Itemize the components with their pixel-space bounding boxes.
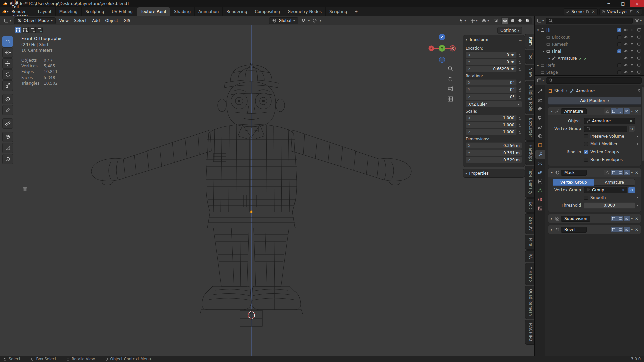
extras-menu-icon[interactable]: ▾	[631, 110, 633, 113]
outliner-row[interactable]: ▸ Refs	[535, 62, 644, 69]
sidebar-tab[interactable]: Item	[525, 34, 534, 49]
new-scene-icon[interactable]	[585, 10, 589, 14]
panel-menu-icon[interactable]: ≡	[519, 37, 522, 42]
zoom-icon[interactable]	[447, 66, 453, 72]
new-viewlayer-icon[interactable]	[630, 10, 634, 14]
disable-viewport-screen-icon[interactable]	[637, 42, 641, 46]
exclude-checkbox[interactable]	[617, 42, 621, 46]
move-tool[interactable]	[2, 58, 13, 69]
render-toggle[interactable]	[624, 216, 630, 221]
scrollbar[interactable]	[642, 87, 644, 161]
invert-vertex-group-button[interactable]: ↔	[628, 126, 635, 132]
scene-selector[interactable]: Scene ×	[564, 8, 598, 15]
tab-render[interactable]	[535, 96, 545, 104]
lock-icon[interactable]	[518, 60, 522, 64]
lock-icon[interactable]	[518, 81, 522, 85]
perspective-toggle-icon[interactable]	[447, 96, 453, 102]
edit-mode-toggle[interactable]	[611, 108, 617, 114]
modifier-header[interactable]: ▾ Mask ▾ ×	[548, 168, 641, 177]
modifier-header[interactable]: ▸ Subdivision ▾ ×	[548, 214, 641, 223]
number-field[interactable]: Z 0°	[466, 94, 517, 100]
sidebar-tab[interactable]: Building Tools	[525, 81, 534, 114]
snap-toggle[interactable]	[299, 17, 307, 24]
viewport-menu[interactable]: Select	[71, 18, 89, 23]
proportional-editing-toggle[interactable]	[311, 17, 319, 24]
render-toggle[interactable]	[624, 170, 630, 175]
delete-modifier-button[interactable]: ×	[634, 227, 639, 232]
exclude-checkbox[interactable]	[617, 63, 621, 67]
sidebar-tab[interactable]: Mixamo	[525, 263, 534, 285]
hardops-tool[interactable]	[2, 154, 13, 164]
workspace-tab[interactable]: UV Editing	[108, 7, 137, 16]
lock-icon[interactable]	[518, 67, 522, 71]
expand-caret-icon[interactable]: ▾	[536, 28, 540, 32]
outliner-search-input[interactable]	[546, 18, 633, 24]
exclude-checkbox[interactable]	[617, 28, 621, 32]
tab-object[interactable]	[535, 141, 545, 149]
minimize-button[interactable]: ─	[602, 0, 616, 7]
editor-type-button[interactable]: ▾	[537, 18, 544, 23]
multi-modifier-checkbox[interactable]	[584, 142, 588, 146]
edit-mode-toggle[interactable]	[611, 170, 617, 175]
editor-type-button[interactable]: ▾	[2, 17, 13, 24]
hide-eye-icon[interactable]	[624, 56, 628, 60]
options-dropdown[interactable]: Options▾	[497, 27, 522, 34]
disable-viewport-screen-icon[interactable]	[637, 56, 641, 60]
disable-render-camera-icon[interactable]	[630, 49, 635, 53]
disable-render-camera-icon[interactable]	[630, 28, 635, 32]
exclude-checkbox[interactable]	[617, 35, 621, 39]
extras-menu-icon[interactable]: ▾	[631, 228, 633, 231]
blender-logo-icon[interactable]	[2, 9, 7, 14]
select-mode-button[interactable]: +	[22, 27, 29, 33]
modifier-name-field[interactable]: Mask	[561, 170, 587, 176]
select-mode-button[interactable]: −	[29, 27, 36, 33]
sidebar-tab[interactable]: RA	[525, 250, 534, 262]
disable-render-camera-icon[interactable]	[630, 35, 635, 39]
workspace-tab[interactable]: Modeling	[56, 7, 82, 16]
close-button[interactable]: ×	[630, 0, 644, 7]
lock-icon[interactable]	[518, 123, 522, 127]
tab-output[interactable]	[535, 105, 545, 113]
extras-menu-icon[interactable]: ▾	[631, 171, 633, 174]
transform-orientation-dropdown[interactable]: Global▾	[269, 17, 298, 24]
on-cage-toggle[interactable]	[604, 170, 610, 175]
sidebar-tab[interactable]: Tool	[525, 50, 534, 64]
edit-mode-toggle[interactable]	[611, 227, 617, 232]
workspace-tab[interactable]: Animation	[195, 7, 223, 16]
realtime-toggle[interactable]	[617, 216, 623, 221]
workspace-tab[interactable]: Geometry Nodes	[284, 7, 326, 16]
disable-render-camera-icon[interactable]	[630, 56, 635, 60]
workspace-tab[interactable]: Sculpting	[82, 7, 108, 16]
invert-vertex-group-button[interactable]: ↔	[628, 187, 635, 193]
disable-viewport-screen-icon[interactable]	[637, 63, 641, 67]
falloff-dropdown[interactable]: ▾	[320, 19, 321, 22]
outliner-row[interactable]: ▾ Final	[535, 48, 644, 55]
number-field[interactable]: Z 0.66298 m	[466, 66, 517, 72]
xray-toggle[interactable]	[492, 17, 500, 24]
viewlayer-selector[interactable]: ViewLayer ×	[599, 8, 642, 15]
expand-caret-icon[interactable]: ▸	[547, 57, 551, 60]
delete-modifier-button[interactable]: ×	[634, 216, 639, 221]
outliner-row[interactable]: Stage	[535, 69, 644, 76]
tab-view-layer[interactable]	[535, 114, 545, 122]
threshold-slider[interactable]: 0.000	[584, 202, 635, 209]
breadcrumb-target[interactable]: Armature	[576, 88, 595, 93]
smooth-checkbox[interactable]	[584, 196, 588, 200]
sidebar-tab[interactable]: Edit	[525, 198, 534, 213]
exclude-checkbox[interactable]	[617, 70, 621, 74]
bone-envelopes-checkbox[interactable]	[584, 158, 588, 162]
editor-type-button[interactable]: ▾	[537, 78, 544, 83]
render-toggle[interactable]	[624, 108, 630, 114]
number-field[interactable]: Y 0°	[466, 86, 517, 93]
realtime-toggle[interactable]	[617, 170, 623, 175]
rendered-shading-button[interactable]	[524, 18, 531, 24]
lock-icon[interactable]	[518, 130, 522, 134]
modifier-header[interactable]: ▸ Bevel ▾ ×	[548, 225, 641, 234]
workspace-tab[interactable]: Layout	[34, 7, 56, 16]
disable-render-camera-icon[interactable]	[630, 63, 635, 67]
annotate-tool[interactable]	[2, 105, 13, 115]
armature-object-field[interactable]: Armature ×	[584, 118, 635, 124]
snap-dropdown[interactable]: ▾	[308, 19, 310, 22]
modifier-name-field[interactable]: Subdivision	[561, 216, 590, 222]
edit-mode-toggle[interactable]	[611, 216, 617, 221]
